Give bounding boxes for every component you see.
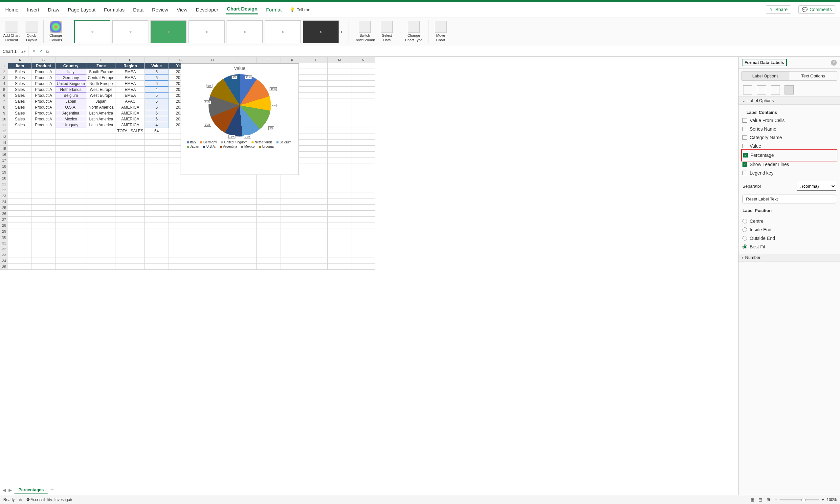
- pie-chart[interactable]: 9% 11% 11% 8% 9% 11% 11% 11% 11% 8%: [209, 74, 271, 137]
- fx-icon[interactable]: fx: [46, 49, 49, 54]
- quicklayout-icon: [25, 21, 37, 33]
- addchart-icon: [5, 21, 17, 33]
- separator-select[interactable]: , (comma): [797, 182, 836, 191]
- chevron-down-icon: ⌄: [742, 98, 746, 103]
- zoom-out[interactable]: −: [775, 498, 777, 502]
- pos-best-fit[interactable]: Best Fit: [742, 242, 836, 251]
- section-label-options[interactable]: ⌄Label Options: [738, 97, 840, 105]
- zoom-level[interactable]: 100%: [826, 498, 837, 502]
- separator-label: Separator: [742, 184, 761, 189]
- comments-button[interactable]: 💬Comments: [798, 5, 835, 14]
- chart-styles[interactable]: ◐ ◐ ◐ ◐ ◐ ◐ ◐ ›: [74, 20, 342, 43]
- tab-insert[interactable]: Insert: [26, 5, 40, 14]
- pos-centre[interactable]: Centre: [742, 217, 836, 226]
- chart-style-7[interactable]: ◐: [303, 20, 339, 43]
- chevron-right-icon: ›: [742, 255, 743, 260]
- tab-chartdesign[interactable]: Chart Design: [226, 5, 258, 15]
- tab-review[interactable]: Review: [152, 5, 169, 14]
- charttype-icon: [408, 21, 420, 33]
- palette-icon: [50, 21, 62, 33]
- seldata-icon: [381, 21, 393, 33]
- tab-pagelayout[interactable]: Page Layout: [67, 5, 96, 14]
- tab-formulas[interactable]: Formulas: [103, 5, 125, 14]
- name-box[interactable]: Chart 1▴▾: [0, 46, 29, 56]
- spreadsheet-grid[interactable]: ABCDEFGHIJKLMN1ItemProductCountryZoneReg…: [0, 57, 738, 485]
- change-colours[interactable]: Change Colours: [50, 21, 63, 42]
- tell-me[interactable]: 💡Tell me: [290, 7, 310, 12]
- chart-style-6[interactable]: ◐: [265, 20, 301, 43]
- embedded-chart[interactable]: Value 9% 11% 11% 8% 9% 11% 11% 11% 11% 8…: [181, 63, 299, 175]
- tab-view[interactable]: View: [176, 5, 188, 14]
- accessibility-icon: ⚉: [26, 498, 30, 502]
- pos-inside-end[interactable]: Inside End: [742, 226, 836, 234]
- bulb-icon: 💡: [290, 7, 295, 12]
- status-ready: Ready: [3, 498, 15, 502]
- tab-developer[interactable]: Developer: [195, 5, 219, 14]
- movechart-icon: [435, 21, 447, 33]
- chk-series-name[interactable]: Series Name: [742, 125, 836, 133]
- add-chart-element[interactable]: Add Chart Element: [3, 21, 20, 42]
- seg-text-options[interactable]: Text Options: [789, 72, 837, 80]
- view-pagelayout-icon[interactable]: ▤: [758, 498, 762, 502]
- chart-style-1[interactable]: ◐: [74, 20, 110, 43]
- comment-icon: 💬: [802, 7, 807, 12]
- view-pagebreak-icon[interactable]: ⊞: [767, 498, 770, 502]
- tab-data[interactable]: Data: [132, 5, 144, 14]
- view-normal-icon[interactable]: ▦: [750, 498, 754, 502]
- select-data[interactable]: Select Data: [381, 21, 393, 42]
- chk-legend-key[interactable]: Legend key: [742, 169, 836, 177]
- pane-title: Format Data Labels: [742, 59, 787, 66]
- ribbon-tabs: Home Insert Draw Page Layout Formulas Da…: [0, 2, 840, 17]
- sheet-tab-percentages[interactable]: Percentages: [15, 486, 48, 494]
- label-contains-heading: Label Contains: [742, 107, 836, 116]
- add-sheet[interactable]: +: [50, 487, 54, 493]
- chk-category-name[interactable]: Category Name: [742, 133, 836, 142]
- close-pane-icon[interactable]: ✕: [831, 60, 837, 66]
- ribbon: Add Chart Element Quick Layout Change Co…: [0, 17, 840, 46]
- move-chart[interactable]: Move Chart: [435, 21, 447, 42]
- tab-home[interactable]: Home: [5, 5, 19, 14]
- pane-segment: Label Options Text Options: [741, 71, 837, 81]
- share-icon: ⇪: [769, 7, 773, 12]
- confirm-icon[interactable]: ✓: [39, 49, 43, 54]
- switch-rowcol[interactable]: Switch Row/Column: [354, 21, 375, 42]
- chart-style-3[interactable]: ◐: [151, 20, 187, 43]
- chart-style-2[interactable]: ◐: [112, 20, 148, 43]
- macro-icon[interactable]: ⎚: [19, 498, 22, 502]
- fill-icon[interactable]: [743, 85, 752, 94]
- format-pane: Format Data Labels ✕ Label Options Text …: [738, 57, 840, 495]
- chart-title: Value: [181, 64, 298, 73]
- chk-value-from-cells[interactable]: Value From Cells: [742, 116, 836, 125]
- pos-outside-end[interactable]: Outside End: [742, 234, 836, 242]
- seg-label-options[interactable]: Label Options: [741, 72, 789, 80]
- sheet-prev[interactable]: ◀: [3, 488, 6, 492]
- change-chart-type[interactable]: Change Chart Type: [405, 21, 423, 42]
- reset-label-text[interactable]: Reset Label Text: [742, 195, 836, 203]
- size-icon[interactable]: [771, 85, 780, 94]
- sheet-tabs: ◀ ▶ Percentages +: [0, 485, 738, 495]
- switch-icon: [359, 21, 371, 33]
- share-button[interactable]: ⇪Share: [766, 5, 791, 14]
- sheet-next[interactable]: ▶: [8, 488, 12, 492]
- chk-percentage[interactable]: ✓Percentage: [743, 151, 835, 160]
- section-number[interactable]: ›Number: [738, 254, 840, 262]
- zoom-slider[interactable]: [780, 499, 819, 500]
- labeloptions-icon[interactable]: [785, 85, 794, 94]
- chart-style-5[interactable]: ◐: [227, 20, 263, 43]
- styles-more[interactable]: ›: [341, 29, 342, 34]
- accessibility[interactable]: ⚉ Accessibility: Investigate: [26, 498, 73, 502]
- quick-layout[interactable]: Quick Layout: [25, 21, 37, 42]
- chart-style-4[interactable]: ◐: [189, 20, 225, 43]
- label-position-heading: Label Position: [738, 205, 840, 214]
- zoom-in[interactable]: +: [822, 498, 824, 502]
- cancel-icon[interactable]: ✕: [32, 49, 36, 54]
- chk-leader-lines[interactable]: ✓Show Leader Lines: [742, 160, 836, 169]
- tab-draw[interactable]: Draw: [47, 5, 60, 14]
- status-bar: Ready ⎚ ⚉ Accessibility: Investigate ▦ ▤…: [0, 495, 840, 504]
- chart-legend: ItalyGermanyUnited KingdomNetherlandsBel…: [181, 138, 298, 151]
- effects-icon[interactable]: [757, 85, 766, 94]
- tab-format[interactable]: Format: [265, 5, 282, 14]
